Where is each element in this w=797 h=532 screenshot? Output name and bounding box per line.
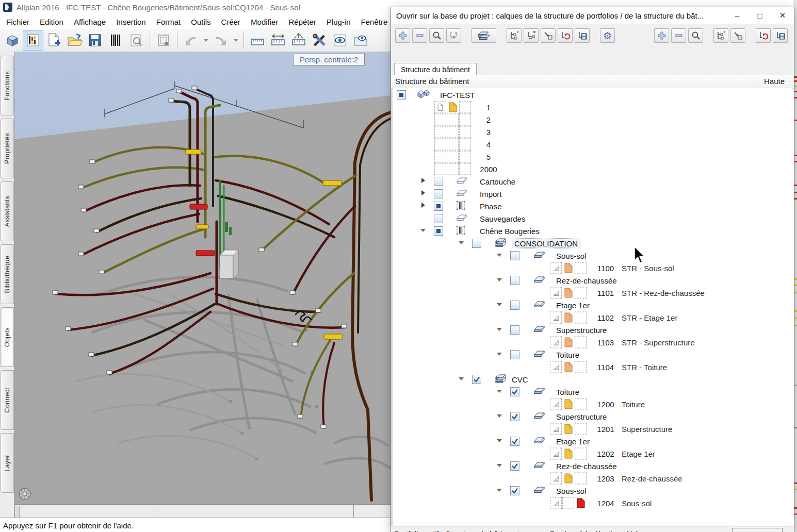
expand-arrow-expanded[interactable] xyxy=(496,461,503,471)
column-separator[interactable] xyxy=(758,76,758,87)
menu-crer[interactable]: Créer xyxy=(216,16,246,28)
close-icon[interactable]: ✕ xyxy=(771,8,794,23)
checkbox-empty[interactable] xyxy=(510,350,519,359)
expand-arrow-collapsed[interactable] xyxy=(419,202,427,211)
menu-plugin[interactable]: Plug-in xyxy=(321,16,356,28)
checkbox-empty[interactable] xyxy=(434,214,443,223)
redo-icon[interactable] xyxy=(210,30,231,51)
tree-label[interactable]: Rez-de-chaussée xyxy=(556,462,617,471)
document-name[interactable]: Sous-sol xyxy=(622,499,652,508)
doc-slot-empty[interactable] xyxy=(459,114,471,126)
portfolio-structure-icon[interactable] xyxy=(471,28,496,43)
document-name[interactable]: Etage 1er xyxy=(622,450,655,458)
menu-affichage[interactable]: Affichage xyxy=(69,16,111,28)
measure-icon[interactable] xyxy=(247,30,268,51)
save-node-icon[interactable] xyxy=(575,28,590,43)
doc-slot-empty[interactable] xyxy=(447,163,459,175)
update-pointer-icon[interactable] xyxy=(446,28,461,43)
checkbox-empty[interactable] xyxy=(510,251,519,260)
document-name[interactable]: STR - Superstructure xyxy=(622,338,695,347)
doc-slot-doc-yellow[interactable] xyxy=(562,448,574,460)
tree-label[interactable]: CVC xyxy=(512,375,528,384)
tree-label[interactable]: Phase xyxy=(480,202,502,211)
tree-label[interactable]: Cartouche xyxy=(480,177,515,186)
doc-slot-empty[interactable] xyxy=(434,151,446,163)
checkbox-empty[interactable] xyxy=(472,239,481,248)
checkbox-checked[interactable] xyxy=(510,387,519,396)
tree-label[interactable]: Chêne Bougeries xyxy=(480,227,540,236)
expand-all-icon[interactable] xyxy=(654,28,669,43)
settings-gear-icon[interactable]: ⚙ xyxy=(600,28,615,43)
doc-slot-doc-red[interactable] xyxy=(575,497,587,509)
doc-slot-empty[interactable] xyxy=(575,448,587,460)
doc-slot-plan[interactable] xyxy=(550,398,562,410)
doc-slot-doc-yellow[interactable] xyxy=(562,473,574,485)
doc-slot-empty[interactable] xyxy=(459,126,471,138)
new-document-icon[interactable] xyxy=(43,30,64,51)
expand-arrow-expanded[interactable] xyxy=(496,412,503,421)
checkbox-checked[interactable] xyxy=(472,375,481,384)
menu-outils[interactable]: Outils xyxy=(186,16,216,28)
tools-icon[interactable] xyxy=(309,30,330,51)
doc-slot-doc-orange[interactable] xyxy=(562,287,574,299)
doc-slot-empty[interactable] xyxy=(459,151,471,163)
doc-slot-plan[interactable] xyxy=(550,262,562,274)
checkbox-empty[interactable] xyxy=(510,325,519,335)
document-number[interactable]: 3 xyxy=(473,128,504,137)
checkbox-checked[interactable] xyxy=(510,412,519,421)
document-number[interactable]: 1102 xyxy=(590,313,621,322)
tree-label[interactable]: Toiture xyxy=(556,388,579,396)
doc-slot-plan[interactable] xyxy=(550,473,562,485)
expand-arrow-expanded[interactable] xyxy=(496,325,503,335)
search-icon[interactable] xyxy=(688,28,703,43)
menu-fichier[interactable]: Fichier xyxy=(1,16,35,28)
sidebar-tab-layer[interactable]: Layer xyxy=(1,433,14,493)
tree-label[interactable]: Import xyxy=(480,190,502,198)
column-structure[interactable]: Structure du bâtiment xyxy=(395,77,469,86)
dialog-title-bar[interactable]: Ouvrir sur la base du projet : calques d… xyxy=(391,7,794,24)
column-hauteur[interactable]: Haute xyxy=(764,77,785,86)
open-project-icon[interactable] xyxy=(64,30,85,51)
horizontal-scrollbar[interactable] xyxy=(14,504,391,518)
expand-arrow-expanded[interactable] xyxy=(496,387,503,396)
document-number[interactable]: 1203 xyxy=(590,474,621,483)
navigation-compass-icon[interactable] xyxy=(18,487,32,501)
sidebar-tab-fonctions[interactable]: Fonctions xyxy=(1,56,14,115)
sidebar-tab-assistants[interactable]: Assistants xyxy=(1,181,14,241)
undo-icon[interactable] xyxy=(181,30,201,51)
update-node-icon[interactable] xyxy=(756,28,771,43)
document-number[interactable]: 1104 xyxy=(590,363,621,372)
minimize-button[interactable]: – xyxy=(726,8,749,23)
tree-label[interactable]: Toiture xyxy=(556,351,579,359)
doc-slot-empty[interactable] xyxy=(575,473,587,485)
menu-caret-icon[interactable] xyxy=(201,30,210,51)
update-node-icon[interactable] xyxy=(558,28,573,43)
tree-label[interactable]: Sous-sol xyxy=(556,252,586,260)
expand-arrow-collapsed[interactable] xyxy=(419,177,427,186)
doc-slot-empty[interactable] xyxy=(434,139,446,151)
tree-label[interactable]: IFC-TEST xyxy=(440,91,475,99)
viewport-3d[interactable]: Persp. centrale:2 xyxy=(14,52,391,504)
search-icon[interactable] xyxy=(429,28,444,43)
insert-node-below-icon[interactable] xyxy=(713,28,728,43)
menu-edition[interactable]: Edition xyxy=(35,16,69,28)
document-name[interactable]: Superstructure xyxy=(622,425,672,434)
measure-height-icon[interactable] xyxy=(288,30,309,51)
document-name[interactable]: Rez-de-chaussée xyxy=(622,474,682,483)
menu-rpter[interactable]: Répéter xyxy=(283,16,321,28)
doc-slot-plan[interactable] xyxy=(550,497,562,509)
insert-node-after-icon[interactable] xyxy=(524,28,539,43)
checkbox-checked[interactable] xyxy=(510,486,519,495)
doc-slot-plan[interactable] xyxy=(550,448,562,460)
drawing-file-manager-icon[interactable] xyxy=(23,30,43,51)
menu-insertion[interactable]: Insertion xyxy=(111,16,151,28)
tree-label[interactable]: CONSOLIDATION xyxy=(512,239,580,248)
close-dialog-button[interactable]: Fermer xyxy=(732,528,783,532)
checkbox-checked[interactable] xyxy=(510,437,519,446)
measure-width-icon[interactable] xyxy=(268,30,288,51)
document-number[interactable]: 1200 xyxy=(590,400,621,409)
sidebar-tab-bibliothque[interactable]: Bibliothèque xyxy=(1,244,14,304)
expand-arrow-expanded[interactable] xyxy=(496,301,503,310)
doc-slot-plan[interactable] xyxy=(550,312,562,324)
document-number[interactable]: 1103 xyxy=(590,338,621,347)
